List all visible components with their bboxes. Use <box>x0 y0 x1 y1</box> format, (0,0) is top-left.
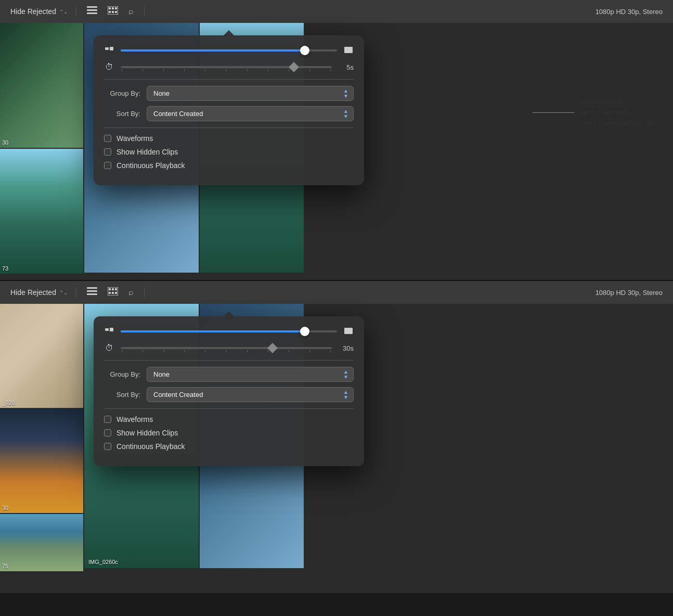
divider-3 <box>104 360 354 361</box>
show-hidden-clips-row[interactable]: Show Hidden Clips <box>104 148 354 156</box>
svg-rect-25 <box>344 328 353 334</box>
thumbnail: 30 <box>0 23 83 148</box>
filter-dropdown-2[interactable]: Hide Rejected ⌃⌄ <box>10 288 68 297</box>
thumbnail-large-icon-2 <box>343 327 354 336</box>
thumb-label-2-3: 75 <box>2 563 8 569</box>
group-by-row-2: Group By: None ▲▼ <box>104 367 354 382</box>
filmstrip-view-icon[interactable] <box>106 4 120 19</box>
popover-2: ⏱ 30s <box>94 316 364 466</box>
divider-2 <box>104 127 354 128</box>
svg-rect-9 <box>115 11 117 13</box>
continuous-playback-label-2: Continuous Playback <box>117 442 185 451</box>
waveforms-label: Waveforms <box>117 134 153 143</box>
toolbar-separator-1 <box>76 6 76 17</box>
svg-rect-20 <box>109 292 111 294</box>
panel-1: Hide Rejected ⌃⌄ ⌕ 1080p HD 30p, <box>0 0 673 281</box>
continuous-playback-label-1: Continuous Playback <box>117 161 185 170</box>
duration-row-2: ⏱ 30s <box>104 343 354 353</box>
show-hidden-clips-checkbox[interactable] <box>104 148 111 156</box>
search-icon[interactable]: ⌕ <box>126 5 136 18</box>
toolbar-2: Hide Rejected ⌃⌄ ⌕ 1080p HD 30p, <box>0 281 673 304</box>
sort-by-select-2[interactable]: Content Created <box>147 387 354 402</box>
svg-rect-21 <box>112 292 114 294</box>
waveforms-checkbox-2[interactable] <box>104 416 111 423</box>
duration-slider[interactable] <box>121 66 332 68</box>
duration-value: 5s <box>338 63 354 71</box>
show-hidden-clips-label: Show Hidden Clips <box>117 148 178 156</box>
svg-rect-23 <box>105 328 109 331</box>
sort-by-row-2: Sort By: Content Created ▲▼ <box>104 387 354 402</box>
svg-rect-24 <box>110 328 113 331</box>
thumbnail-size-slider-2[interactable] <box>121 330 337 332</box>
thumbnail-2-1: _020 <box>0 304 83 408</box>
svg-rect-4 <box>109 7 111 9</box>
show-hidden-clips-row-2[interactable]: Show Hidden Clips <box>104 429 354 437</box>
svg-rect-7 <box>109 11 111 13</box>
sort-by-select[interactable]: Content Created <box>147 106 354 121</box>
sort-by-select-wrapper-2: Content Created ▲▼ <box>147 387 354 402</box>
filter-dropdown[interactable]: Hide Rejected ⌃⌄ <box>10 7 68 16</box>
thumbnail-small-icon-2 <box>104 327 114 336</box>
svg-rect-0 <box>87 6 97 8</box>
continuous-playback-checkbox-2[interactable] <box>104 443 111 450</box>
show-hidden-clips-checkbox-2[interactable] <box>104 429 111 437</box>
svg-rect-1 <box>87 9 97 11</box>
svg-rect-8 <box>112 11 114 13</box>
format-label: 1080p HD 30p, Stereo <box>596 8 663 16</box>
toolbar-separator-2 <box>144 6 145 17</box>
thumb-label-2-1: _020 <box>2 400 15 406</box>
svg-rect-18 <box>112 288 114 290</box>
continuous-playback-checkbox-1[interactable] <box>104 162 111 169</box>
clock-icon: ⏱ <box>104 62 114 72</box>
filter-label-2: Hide Rejected <box>10 288 56 297</box>
svg-rect-2 <box>87 12 97 14</box>
toolbar-separator-3 <box>76 287 76 298</box>
thumbnail-size-row-2 <box>104 327 354 336</box>
group-by-select-wrapper-2: None ▲▼ <box>147 367 354 382</box>
sort-by-label-2: Sort By: <box>104 391 140 399</box>
show-hidden-clips-label-2: Show Hidden Clips <box>117 429 178 437</box>
thumbnail-size-row <box>104 46 354 55</box>
group-by-select[interactable]: None <box>147 86 354 101</box>
waveforms-label-2: Waveforms <box>117 415 153 424</box>
filter-arrow-icon-2: ⌃⌄ <box>59 290 68 296</box>
group-by-select-2[interactable]: None <box>147 367 354 382</box>
popover-1: ⏱ 5s <box>94 35 364 185</box>
duration-row: ⏱ 5s <box>104 62 354 72</box>
group-by-label: Group By: <box>104 89 140 97</box>
thumbnail-2-3: 75 <box>0 514 83 571</box>
duration-slider-2[interactable] <box>121 347 332 349</box>
thumb-label-1: 30 <box>2 139 8 146</box>
thumbnail: 73 <box>0 149 83 274</box>
waveforms-checkbox[interactable] <box>104 135 111 142</box>
list-view-icon[interactable] <box>85 4 99 19</box>
annotation-line-1 <box>533 112 574 113</box>
thumbnail-2-2: 30 <box>0 409 83 513</box>
continuous-playback-row-1[interactable]: Continuous Playback <box>104 161 354 170</box>
svg-rect-5 <box>112 7 114 9</box>
svg-rect-13 <box>87 287 97 289</box>
divider-1 <box>104 79 354 80</box>
search-icon-2[interactable]: ⌕ <box>126 286 136 299</box>
thumb-label-2-2: 30 <box>2 505 8 511</box>
svg-rect-10 <box>105 47 109 50</box>
thumbnail-size-slider[interactable] <box>121 49 337 52</box>
svg-rect-14 <box>87 290 97 292</box>
svg-rect-6 <box>115 7 117 9</box>
waveforms-row-2[interactable]: Waveforms <box>104 415 354 424</box>
divider-4 <box>104 408 354 409</box>
waveforms-row[interactable]: Waveforms <box>104 134 354 143</box>
clock-icon-2: ⏱ <box>104 343 114 353</box>
filter-label: Hide Rejected <box>10 7 56 16</box>
thumbnail-large-icon <box>343 46 354 55</box>
thumb-img-label: IMG_0260c <box>88 559 118 565</box>
filmstrip-view-icon-2[interactable] <box>106 285 120 300</box>
list-view-icon-2[interactable] <box>85 285 99 300</box>
sort-by-row: Sort By: Content Created ▲▼ <box>104 106 354 121</box>
duration-value-2: 30s <box>338 344 354 352</box>
thumb-col-2-1: _020 30 75 <box>0 304 83 593</box>
continuous-playback-row-2[interactable]: Continuous Playback <box>104 442 354 451</box>
filter-arrow-icon: ⌃⌄ <box>59 9 68 15</box>
sort-by-select-wrapper: Content Created ▲▼ <box>147 106 354 121</box>
svg-rect-19 <box>115 288 117 290</box>
